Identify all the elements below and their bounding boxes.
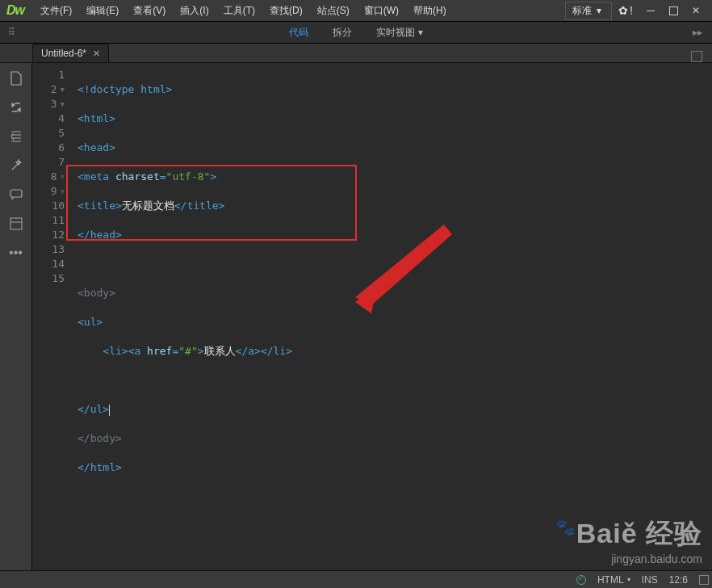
- outdent-icon[interactable]: [9, 129, 23, 144]
- viewbar-grip-icon: ⠿: [8, 27, 17, 38]
- menu-view[interactable]: 查看(V): [127, 2, 172, 20]
- view-code[interactable]: 代码: [284, 23, 313, 43]
- workspace-label: 标准: [572, 4, 592, 18]
- line-number: 11: [52, 213, 65, 228]
- line-number: 9: [51, 184, 57, 199]
- line-number: 7: [58, 155, 65, 170]
- fold-arrow-icon[interactable]: ▼: [61, 97, 65, 111]
- line-number: 8: [51, 170, 57, 184]
- line-number: 14: [52, 257, 65, 271]
- svg-rect-0: [10, 190, 22, 197]
- line-number: 13: [52, 242, 65, 257]
- window-maximize[interactable]: [662, 2, 685, 19]
- menu-file[interactable]: 文件(F): [34, 2, 78, 20]
- comment-icon[interactable]: [9, 187, 23, 202]
- line-number: 1: [58, 68, 65, 82]
- menu-find[interactable]: 查找(D): [263, 2, 309, 20]
- document-tab[interactable]: Untitled-6* ✕: [32, 44, 109, 62]
- status-insert-mode[interactable]: INS: [642, 574, 658, 586]
- view-split[interactable]: 拆分: [328, 23, 357, 43]
- svg-rect-1: [10, 218, 22, 229]
- menu-site[interactable]: 站点(S): [311, 2, 356, 20]
- text-cursor: [109, 405, 110, 416]
- workarea: ••• 1 2▼ 3▼ 4 5 6 7 8▼ 9▼ 10 11 12 13 14…: [0, 63, 712, 570]
- line-number: 4: [58, 111, 65, 126]
- tab-close-icon[interactable]: ✕: [93, 48, 100, 59]
- line-number: 6: [58, 141, 65, 155]
- line-number: 10: [52, 199, 65, 213]
- tab-title: Untitled-6*: [41, 48, 86, 59]
- expand-panel-icon[interactable]: ▸▸: [693, 27, 702, 38]
- fold-arrow-icon[interactable]: ▼: [61, 184, 65, 199]
- tab-restore-icon[interactable]: [691, 51, 702, 62]
- menu-insert[interactable]: 插入(I): [174, 2, 215, 20]
- toggle-icon[interactable]: [9, 100, 23, 115]
- status-restore-icon[interactable]: [699, 575, 709, 585]
- fold-arrow-icon[interactable]: ▼: [61, 170, 65, 184]
- code-editor[interactable]: 1 2▼ 3▼ 4 5 6 7 8▼ 9▼ 10 11 12 13 14 15 …: [32, 63, 712, 570]
- collapse-icon[interactable]: [9, 216, 23, 231]
- status-language[interactable]: HTML▾: [597, 574, 630, 586]
- wand-icon[interactable]: [9, 158, 23, 173]
- more-icon[interactable]: •••: [9, 246, 23, 260]
- statusbar: HTML▾ INS 12:6: [0, 570, 712, 588]
- view-live[interactable]: 实时视图▾: [371, 23, 428, 43]
- menu-help[interactable]: 帮助(H): [407, 2, 453, 20]
- window-minimize[interactable]: [639, 2, 662, 19]
- settings-button[interactable]: ✿!: [618, 4, 633, 17]
- status-ok-icon[interactable]: [576, 575, 586, 585]
- menu-tools[interactable]: 工具(T): [217, 2, 262, 20]
- line-number: 3: [51, 97, 57, 111]
- line-number: 2: [51, 82, 57, 97]
- app-logo: Dw: [6, 3, 24, 18]
- menu-window[interactable]: 窗口(W): [358, 2, 405, 20]
- line-number: 5: [58, 126, 65, 141]
- chevron-down-icon: ▾: [418, 27, 423, 38]
- window-buttons: [639, 2, 707, 19]
- line-number: 15: [52, 271, 65, 286]
- file-icon[interactable]: [9, 71, 23, 86]
- window-close[interactable]: [685, 2, 707, 19]
- status-cursor-pos: 12:6: [669, 574, 688, 586]
- titlebar: Dw 文件(F) 编辑(E) 查看(V) 插入(I) 工具(T) 查找(D) 站…: [0, 0, 712, 21]
- viewbar: ⠿ 代码 拆分 实时视图▾ ▸▸: [0, 21, 712, 44]
- left-toolbar: •••: [0, 63, 32, 570]
- gutter: 1 2▼ 3▼ 4 5 6 7 8▼ 9▼ 10 11 12 13 14 15: [32, 63, 73, 570]
- tabbar: Untitled-6* ✕: [0, 44, 712, 63]
- workspace-switcher[interactable]: 标准 ▾: [565, 2, 612, 20]
- main-menu: 文件(F) 编辑(E) 查看(V) 插入(I) 工具(T) 查找(D) 站点(S…: [34, 2, 453, 20]
- fold-arrow-icon[interactable]: ▼: [61, 82, 65, 97]
- code-content[interactable]: <!doctype html> <html> <head> <meta char…: [73, 63, 712, 570]
- gear-icon: ✿: [618, 4, 628, 17]
- line-number: 12: [52, 228, 65, 242]
- chevron-down-icon: ▾: [597, 5, 601, 16]
- menu-edit[interactable]: 编辑(E): [80, 2, 125, 20]
